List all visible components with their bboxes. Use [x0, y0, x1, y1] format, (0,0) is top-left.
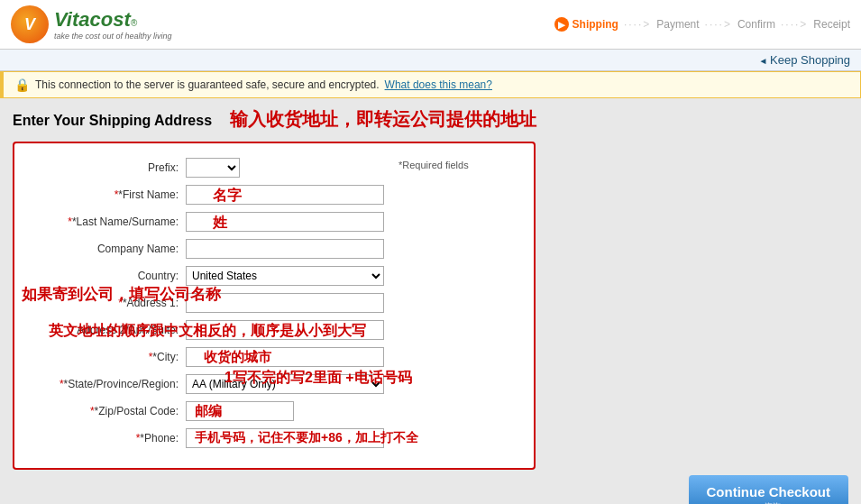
logo-icon: V [11, 5, 49, 43]
company-input[interactable] [186, 239, 384, 259]
phone-label: **Phone: [32, 432, 186, 444]
address1-input[interactable] [186, 293, 384, 313]
lock-icon: 🔒 [14, 78, 30, 92]
form-row-address1: **Address 1: [32, 293, 516, 313]
form-row-firstname: **First Name: 名字 [32, 185, 516, 205]
required-note: *Required fields [398, 160, 507, 170]
continue-checkout-button[interactable]: Continue Checkout 55海淘 [689, 475, 849, 504]
zip-label: **Zip/Postal Code: [32, 405, 186, 417]
form-row-city: **City: 收货的城市 [32, 347, 516, 367]
logo-text: Vitacost® take the cost out of healthy l… [54, 8, 172, 41]
firstname-input[interactable] [186, 185, 384, 205]
address2-input[interactable] [186, 320, 384, 340]
step-shipping: ▶ Shipping [554, 17, 618, 32]
city-label: **City: [32, 351, 186, 363]
outer-wrapper: Enter Your Shipping Address 输入收货地址，即转运公司… [13, 107, 848, 504]
address1-label: **Address 1: [32, 297, 186, 309]
lastname-input[interactable] [186, 212, 384, 232]
step-receipt: Receipt [813, 18, 850, 31]
prefix-select[interactable]: Mr. Mrs. Ms. Dr. [186, 158, 240, 178]
step-confirm: Confirm [737, 18, 775, 31]
security-link[interactable]: What does this mean? [385, 78, 492, 91]
logo-brand: Vitacost® [54, 8, 172, 32]
phone-input[interactable] [186, 428, 384, 448]
form-row-company: Company Name: [32, 239, 516, 259]
security-bar: 🔒 This connection to the server is guara… [0, 71, 861, 98]
form-row-zip: **Zip/Postal Code: 邮编 [32, 401, 516, 421]
firstname-label: **First Name: [32, 188, 186, 201]
logo-area: V Vitacost® take the cost out of healthy… [11, 5, 172, 43]
step-payment: Payment [656, 18, 699, 31]
zip-input[interactable] [186, 401, 294, 421]
lastname-label: **Last Name/Surname: [32, 215, 186, 228]
shipping-form: Prefix: Mr. Mrs. Ms. Dr. *Required field… [13, 142, 536, 470]
title-annotation: 输入收货地址，即转运公司提供的地址 [230, 107, 536, 132]
main-content: Enter Your Shipping Address 输入收货地址，即转运公司… [0, 98, 861, 504]
country-label: Country: [32, 270, 186, 282]
page-title: Enter Your Shipping Address [13, 113, 212, 129]
country-select[interactable]: United States Canada United Kingdom [186, 266, 384, 286]
form-row-prefix: Prefix: Mr. Mrs. Ms. Dr. *Required field… [32, 158, 516, 178]
keep-shopping-link[interactable]: Keep Shopping [758, 53, 850, 67]
city-input[interactable] [186, 347, 384, 367]
title-row: Enter Your Shipping Address 输入收货地址，即转运公司… [13, 107, 848, 134]
form-row-state: **State/Province/Region: AA (Military On… [32, 374, 516, 394]
checkout-steps: ▶ Shipping ····> Payment ····> Confirm ·… [554, 17, 850, 32]
keep-shopping-bar: Keep Shopping [0, 50, 861, 71]
shipping-icon: ▶ [554, 17, 569, 32]
bottom-area: 按照转运公司给自己的地址填写就好 Continue Checkout 55海淘 … [13, 475, 848, 504]
logo-tagline: take the cost out of healthy living [54, 32, 172, 41]
state-label: **State/Province/Region: [32, 378, 186, 390]
form-row-phone: **Phone: 手机号码，记住不要加+86，加上打不全 [32, 428, 516, 448]
header: V Vitacost® take the cost out of healthy… [0, 0, 861, 50]
address2-label: Address 2/Apt./Suite: [32, 324, 186, 336]
form-row-lastname: **Last Name/Surname: 姓 [32, 212, 516, 232]
company-label: Company Name: [32, 243, 186, 255]
form-row-address2: Address 2/Apt./Suite: [32, 320, 516, 340]
security-message: This connection to the server is guarant… [35, 78, 380, 91]
form-annotations-wrapper: Prefix: Mr. Mrs. Ms. Dr. *Required field… [13, 142, 536, 470]
form-row-country: Country: United States Canada United Kin… [32, 266, 516, 286]
prefix-label: Prefix: [32, 161, 186, 174]
state-select[interactable]: AA (Military Only) AE (Military Only) AP… [186, 374, 384, 394]
